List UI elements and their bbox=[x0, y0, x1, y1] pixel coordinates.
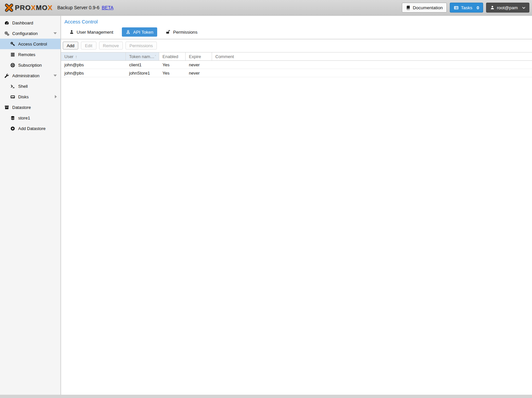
sidebar-item-access-control[interactable]: Access Control bbox=[0, 39, 60, 49]
column-header-comment[interactable]: Comment bbox=[212, 52, 532, 60]
sidebar-nav: DashboardConfigurationAccess ControlRemo… bbox=[0, 16, 61, 395]
page-title: Access Control bbox=[61, 16, 532, 26]
user-icon bbox=[69, 30, 74, 34]
collapse-arrow-icon[interactable] bbox=[53, 32, 57, 34]
sidebar-item-label: Subscription bbox=[18, 63, 42, 68]
chevron-down-icon bbox=[522, 7, 525, 9]
sidebar-item-label: Add Datastore bbox=[18, 126, 46, 131]
documentation-label: Documentation bbox=[413, 5, 443, 10]
plus-circle-icon bbox=[10, 126, 15, 131]
sidebar-item-subscription[interactable]: Subscription bbox=[0, 60, 60, 70]
table-header-row: User↑Token nam…EnabledExpireComment bbox=[61, 52, 532, 61]
documentation-button[interactable]: Documentation bbox=[402, 3, 447, 13]
column-header-user[interactable]: User↑ bbox=[61, 52, 126, 60]
key-icon bbox=[10, 42, 15, 47]
column-header-enabled[interactable]: Enabled bbox=[159, 52, 186, 60]
sidebar-item-store1[interactable]: store1 bbox=[0, 113, 60, 123]
gears-icon bbox=[4, 31, 9, 36]
proxmox-logo[interactable]: PROXMOX bbox=[5, 3, 53, 12]
sidebar-item-datastore[interactable]: Datastore bbox=[0, 102, 60, 113]
cell-enabled: Yes bbox=[159, 71, 186, 76]
cell-user: john@pbs bbox=[61, 71, 126, 76]
top-bar: PROXMOX Backup Server 0.9-6 BETA Documen… bbox=[0, 0, 532, 16]
sidebar-item-disks[interactable]: Disks bbox=[0, 91, 60, 102]
archive-box-icon bbox=[4, 105, 9, 110]
sidebar-item-administration[interactable]: Administration bbox=[0, 70, 60, 81]
add-button[interactable]: Add bbox=[63, 42, 78, 50]
logo-segment: PRO bbox=[15, 4, 31, 11]
beta-link[interactable]: BETA bbox=[102, 5, 114, 10]
tasks-label: Tasks bbox=[461, 5, 473, 10]
edit-button: Edit bbox=[81, 42, 96, 50]
sidebar-item-remotes[interactable]: Remotes bbox=[0, 49, 60, 60]
column-header-label: Token nam… bbox=[129, 54, 155, 59]
proxmox-logo-text: PROXMOX bbox=[15, 4, 53, 12]
wrench-icon bbox=[4, 73, 9, 78]
column-header-token-nam-[interactable]: Token nam… bbox=[126, 52, 159, 60]
book-icon bbox=[406, 5, 410, 10]
user-menu-button[interactable]: root@pam bbox=[486, 3, 529, 13]
gauge-icon bbox=[4, 20, 9, 25]
cell-enabled: Yes bbox=[159, 62, 186, 67]
sidebar-item-label: Remotes bbox=[18, 52, 35, 57]
logo-segment: X bbox=[48, 4, 53, 11]
logo-segment: X bbox=[31, 4, 36, 11]
sidebar-item-label: store1 bbox=[18, 116, 30, 120]
column-header-expire[interactable]: Expire bbox=[186, 52, 212, 60]
column-header-label: Comment bbox=[215, 54, 234, 59]
topbar-actions: Documentation Tasks 0 root@pam bbox=[402, 3, 529, 13]
sidebar-item-label: Access Control bbox=[18, 42, 47, 47]
cell-token-nam-: johnStore1 bbox=[126, 71, 159, 76]
sidebar-item-configuration[interactable]: Configuration bbox=[0, 28, 60, 39]
sidebar-item-label: Shell bbox=[18, 84, 28, 89]
terminal-icon bbox=[10, 84, 15, 89]
proxmox-x-icon bbox=[5, 3, 14, 12]
tasks-button[interactable]: Tasks 0 bbox=[450, 3, 483, 13]
product-version-text: Backup Server 0.9-6 bbox=[57, 5, 99, 10]
permissions-button: Permissions bbox=[125, 42, 157, 50]
user-menu-label: root@pam bbox=[497, 5, 518, 10]
remotes-icon bbox=[10, 52, 15, 57]
sidebar-item-shell[interactable]: Shell bbox=[0, 81, 60, 91]
sidebar-item-label: Disks bbox=[18, 94, 29, 99]
logo-segment: MO bbox=[36, 4, 48, 11]
cell-expire: never bbox=[186, 71, 212, 76]
sidebar-item-label: Configuration bbox=[12, 31, 38, 36]
sidebar-item-label: Dashboard bbox=[12, 20, 33, 25]
tab-label: Permissions bbox=[173, 30, 197, 35]
cell-token-nam-: client1 bbox=[126, 62, 159, 67]
cell-expire: never bbox=[186, 62, 212, 67]
secondary-sort-icon bbox=[155, 55, 156, 55]
table-body: john@pbsclient1Yesneverjohn@pbsjohnStore… bbox=[61, 61, 532, 77]
sidebar-item-label: Administration bbox=[12, 73, 39, 78]
sidebar-item-dashboard[interactable]: Dashboard bbox=[0, 17, 60, 28]
cell-user: john@pbs bbox=[61, 62, 126, 67]
column-header-label: Expire bbox=[189, 54, 201, 59]
remove-button: Remove bbox=[99, 42, 123, 50]
tasks-count-badge: 0 bbox=[477, 5, 479, 10]
column-header-label: Enabled bbox=[162, 54, 178, 59]
tab-user-management[interactable]: User Management bbox=[65, 27, 117, 37]
expand-arrow-icon[interactable] bbox=[55, 95, 57, 98]
sort-ascending-icon: ↑ bbox=[75, 54, 77, 59]
tab-label: User Management bbox=[77, 30, 113, 35]
sidebar-item-add-datastore[interactable]: Add Datastore bbox=[0, 123, 60, 134]
unlock-icon bbox=[166, 30, 170, 34]
grid-toolbar: AddEditRemovePermissions bbox=[61, 39, 532, 52]
tab-api-token[interactable]: API Token bbox=[122, 27, 157, 37]
tab-permissions[interactable]: Permissions bbox=[162, 27, 201, 37]
tab-label: API Token bbox=[133, 30, 153, 35]
user-icon bbox=[490, 5, 495, 10]
collapse-arrow-icon[interactable] bbox=[53, 75, 57, 77]
task-list-icon bbox=[454, 5, 459, 10]
hard-disk-icon bbox=[10, 94, 15, 99]
sidebar-item-label: Datastore bbox=[12, 105, 31, 110]
database-icon bbox=[10, 116, 15, 120]
main-panel: Access Control User ManagementAPI TokenP… bbox=[61, 16, 532, 395]
life-ring-icon bbox=[10, 63, 15, 68]
column-header-label: User bbox=[64, 54, 73, 59]
table-row[interactable]: john@pbsjohnStore1Yesnever bbox=[61, 69, 532, 77]
user-outline-icon bbox=[126, 30, 130, 34]
tab-strip: User ManagementAPI TokenPermissions bbox=[61, 26, 532, 39]
table-row[interactable]: john@pbsclient1Yesnever bbox=[61, 61, 532, 69]
